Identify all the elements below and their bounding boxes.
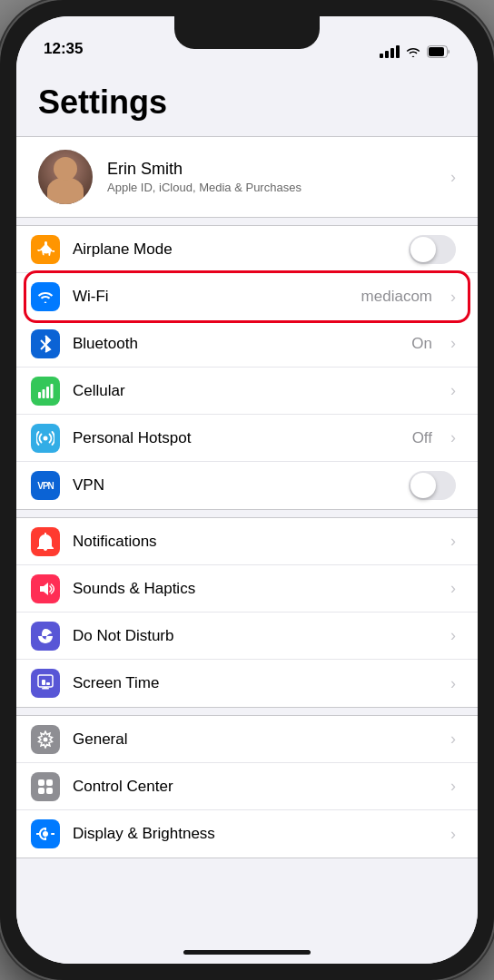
general-label: General [73,730,438,749]
svg-rect-19 [38,788,44,794]
settings-row-sounds[interactable]: Sounds & Haptics › [16,565,478,612]
vpn-toggle[interactable] [409,471,456,500]
svg-rect-4 [38,392,41,398]
airplane-icon [31,235,60,264]
signal-icon [380,45,400,58]
home-indicator[interactable] [183,950,311,955]
controlcenter-label: Control Center [73,778,438,796]
svg-point-16 [44,737,48,741]
notifications-chevron: › [450,532,456,551]
phone-screen: 12:35 [16,16,478,964]
svg-rect-11 [42,680,45,685]
controlcenter-chevron: › [450,777,456,796]
vpn-label: VPN [73,476,396,495]
controlcenter-icon [31,772,60,801]
svg-rect-18 [46,779,53,786]
notifications-icon [31,527,60,556]
settings-group-2: Notifications › Sounds & Haptics [16,517,478,708]
settings-row-notifications[interactable]: Notifications › [16,518,478,565]
svg-rect-13 [42,688,49,690]
display-chevron: › [450,825,456,844]
page-title: Settings [16,65,478,136]
hotspot-label: Personal Hotspot [73,429,400,447]
bluetooth-chevron: › [450,334,456,353]
svg-rect-6 [46,387,49,398]
svg-point-21 [43,831,48,837]
settings-row-donotdisturb[interactable]: Do Not Disturb › [16,612,478,660]
donotdisturb-chevron: › [450,626,456,645]
settings-row-bluetooth[interactable]: Bluetooth On › [16,320,478,368]
status-icons [380,45,450,58]
settings-row-airplane[interactable]: Airplane Mode [16,226,478,273]
general-chevron: › [450,730,456,749]
airplane-label: Airplane Mode [73,240,396,259]
display-label: Display & Brightness [73,825,438,843]
settings-row-screentime[interactable]: Screen Time › [16,660,478,707]
profile-subtitle: Apple ID, iCloud, Media & Purchases [107,181,436,194]
sounds-chevron: › [450,579,456,598]
donotdisturb-label: Do Not Disturb [73,627,438,645]
wifi-row-wrapper: Wi-Fi mediacom › [16,273,478,320]
wifi-icon [31,282,60,311]
svg-rect-1 [429,47,444,56]
battery-icon [427,45,450,58]
phone-frame: 12:35 [0,0,494,980]
settings-row-hotspot[interactable]: Personal Hotspot Off › [16,415,478,462]
vpn-icon: VPN [31,471,60,500]
screentime-chevron: › [450,674,456,693]
settings-row-display[interactable]: Display & Brightness › [16,810,478,858]
hotspot-value: Off [412,429,432,447]
svg-rect-20 [46,788,53,794]
profile-chevron: › [450,168,456,187]
screentime-label: Screen Time [73,674,438,692]
donotdisturb-icon [31,622,60,651]
wifi-label: Wi-Fi [73,288,349,306]
notifications-label: Notifications [73,533,438,551]
notch [174,16,320,49]
status-time: 12:35 [44,40,83,58]
settings-row-controlcenter[interactable]: Control Center › [16,763,478,810]
bluetooth-icon [31,329,60,358]
display-icon [31,819,60,848]
settings-row-general[interactable]: General › [16,716,478,763]
section-connectivity: Airplane Mode [16,225,478,510]
svg-rect-12 [46,682,50,685]
screentime-icon [31,669,60,698]
bluetooth-label: Bluetooth [73,335,399,353]
profile-name: Erin Smith [107,160,436,179]
svg-marker-9 [40,583,48,595]
avatar [38,150,93,204]
profile-row[interactable]: Erin Smith Apple ID, iCloud, Media & Pur… [16,136,478,218]
svg-point-8 [44,436,48,440]
wifi-value: mediacom [361,288,432,306]
settings-group-1: Airplane Mode [16,225,478,510]
sounds-icon [31,574,60,603]
settings-row-wifi[interactable]: Wi-Fi mediacom › [16,273,478,320]
svg-line-2 [41,340,45,345]
wifi-status-icon [405,45,421,58]
hotspot-chevron: › [450,428,456,447]
bluetooth-value: On [411,335,432,353]
airplane-toggle[interactable] [409,235,456,264]
svg-rect-5 [43,389,45,398]
cellular-label: Cellular [73,382,438,400]
settings-row-vpn[interactable]: VPN VPN [16,462,478,509]
hotspot-icon [31,424,60,453]
svg-line-3 [41,345,45,349]
general-icon [31,725,60,754]
profile-info: Erin Smith Apple ID, iCloud, Media & Pur… [107,160,436,194]
settings-row-cellular[interactable]: Cellular › [16,368,478,415]
wifi-chevron: › [450,288,456,307]
cellular-chevron: › [450,381,456,400]
section-notifications: Notifications › Sounds & Haptics [16,517,478,708]
svg-rect-17 [38,779,44,786]
settings-group-3: General › Control [16,715,478,858]
section-system: General › Control [16,715,478,858]
cellular-icon [31,377,60,406]
svg-rect-7 [51,384,54,398]
status-bar: 12:35 [16,16,478,65]
settings-scroll-content[interactable]: Settings Erin Smith Apple ID, iCloud, Me… [16,65,478,964]
sounds-label: Sounds & Haptics [73,580,438,598]
